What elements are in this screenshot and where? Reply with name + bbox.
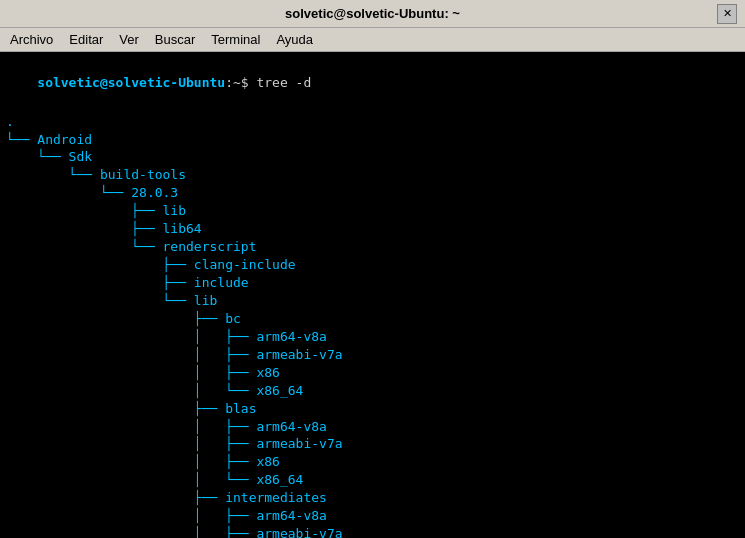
tree-output: . └── Android └── Sdk └── build-tools └─… xyxy=(6,113,739,538)
terminal-area[interactable]: solvetic@solvetic-Ubuntu:~$ tree -d . └─… xyxy=(0,52,745,538)
menu-archivo[interactable]: Archivo xyxy=(4,30,59,49)
menu-ayuda[interactable]: Ayuda xyxy=(270,30,319,49)
menu-buscar[interactable]: Buscar xyxy=(149,30,201,49)
prompt-path: :~ xyxy=(225,75,241,90)
prompt-symbol: $ xyxy=(241,75,249,90)
menu-ver[interactable]: Ver xyxy=(113,30,145,49)
close-button[interactable]: ✕ xyxy=(717,4,737,24)
title-bar: solvetic@solvetic-Ubuntu: ~ ✕ xyxy=(0,0,745,28)
prompt-line: solvetic@solvetic-Ubuntu:~$ tree -d xyxy=(6,56,739,111)
prompt-command: tree -d xyxy=(249,75,312,90)
menu-bar: Archivo Editar Ver Buscar Terminal Ayuda xyxy=(0,28,745,52)
menu-editar[interactable]: Editar xyxy=(63,30,109,49)
prompt-user: solvetic@solvetic-Ubuntu xyxy=(37,75,225,90)
window-title: solvetic@solvetic-Ubuntu: ~ xyxy=(28,6,717,21)
menu-terminal[interactable]: Terminal xyxy=(205,30,266,49)
